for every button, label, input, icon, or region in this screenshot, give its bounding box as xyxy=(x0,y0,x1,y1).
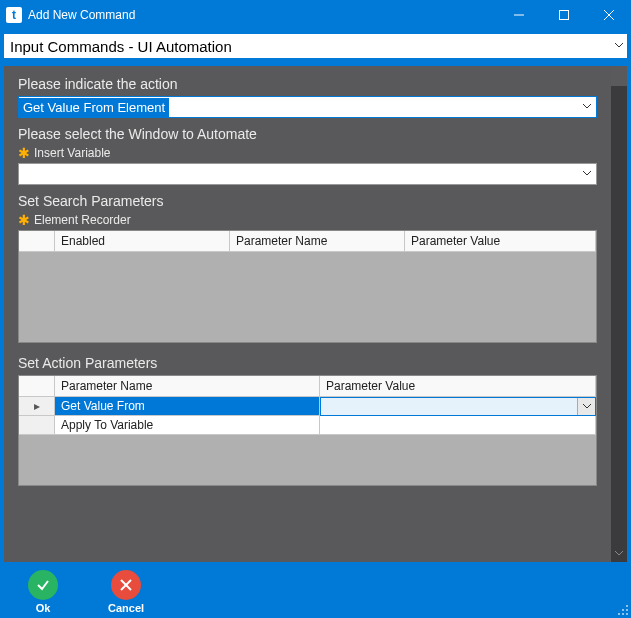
col-param-name[interactable]: Parameter Name xyxy=(230,231,405,252)
chevron-down-icon xyxy=(578,164,596,184)
minimize-button[interactable] xyxy=(496,0,541,30)
command-category-value: Input Commands - UI Automation xyxy=(10,38,232,55)
window-dropdown[interactable] xyxy=(18,163,597,185)
table-row[interactable]: ▸ Get Value From xyxy=(19,397,596,416)
close-button[interactable] xyxy=(586,0,631,30)
action-params-grid[interactable]: Parameter Name Parameter Value ▸ Get Val… xyxy=(18,375,597,486)
param-name-cell[interactable]: Get Value From xyxy=(55,397,320,416)
cancel-button[interactable]: Cancel xyxy=(108,570,144,614)
star-icon: ✱ xyxy=(18,146,30,160)
star-icon: ✱ xyxy=(18,213,30,227)
titlebar: t Add New Command xyxy=(0,0,631,30)
scrollbar-thumb[interactable] xyxy=(611,66,627,86)
grid-corner xyxy=(19,231,55,252)
col-param-value[interactable]: Parameter Value xyxy=(320,376,596,397)
svg-point-10 xyxy=(622,613,624,615)
param-name-cell[interactable]: Apply To Variable xyxy=(55,416,320,435)
footer: Ok Cancel xyxy=(0,566,631,618)
col-param-name[interactable]: Parameter Name xyxy=(55,376,320,397)
check-icon xyxy=(28,570,58,600)
resize-grip-icon[interactable] xyxy=(615,602,629,616)
scrollbar-down-arrow-icon[interactable] xyxy=(611,546,627,562)
svg-point-7 xyxy=(622,609,624,611)
chevron-down-icon[interactable] xyxy=(577,398,595,415)
param-value-cell[interactable] xyxy=(320,416,596,435)
command-category-dropdown[interactable]: Input Commands - UI Automation xyxy=(4,34,627,58)
grid-corner xyxy=(19,376,55,397)
action-label: Please indicate the action xyxy=(18,76,597,92)
chevron-down-icon xyxy=(611,34,627,58)
vertical-scrollbar[interactable] xyxy=(611,66,627,562)
search-grid-body xyxy=(19,252,596,342)
window-label: Please select the Window to Automate xyxy=(18,126,597,142)
svg-point-9 xyxy=(618,613,620,615)
svg-point-6 xyxy=(626,605,628,607)
svg-point-11 xyxy=(626,613,628,615)
search-params-label: Set Search Parameters xyxy=(18,193,597,209)
chevron-down-icon xyxy=(578,97,596,117)
element-recorder-link[interactable]: ✱ Element Recorder xyxy=(18,213,597,227)
action-params-label: Set Action Parameters xyxy=(18,355,597,371)
param-value-cell[interactable] xyxy=(320,397,596,416)
col-param-value[interactable]: Parameter Value xyxy=(405,231,596,252)
cancel-label: Cancel xyxy=(108,602,144,614)
insert-variable-link[interactable]: ✱ Insert Variable xyxy=(18,146,597,160)
ok-button[interactable]: Ok xyxy=(28,570,58,614)
svg-rect-1 xyxy=(559,11,568,20)
row-indicator-icon: ▸ xyxy=(19,397,55,416)
element-recorder-text: Element Recorder xyxy=(34,213,131,227)
action-grid-body xyxy=(19,435,596,485)
col-enabled[interactable]: Enabled xyxy=(55,231,230,252)
content-panel: Please indicate the action Get Value Fro… xyxy=(4,66,627,562)
close-icon xyxy=(111,570,141,600)
table-row[interactable]: Apply To Variable xyxy=(19,416,596,435)
window-title: Add New Command xyxy=(28,8,135,22)
action-dropdown-value: Get Value From Element xyxy=(19,98,169,117)
category-bar: Input Commands - UI Automation xyxy=(0,30,631,62)
maximize-button[interactable] xyxy=(541,0,586,30)
app-icon: t xyxy=(6,7,22,23)
insert-variable-text: Insert Variable xyxy=(34,146,110,160)
ok-label: Ok xyxy=(36,602,51,614)
svg-point-8 xyxy=(626,609,628,611)
search-params-grid[interactable]: Enabled Parameter Name Parameter Value xyxy=(18,230,597,343)
row-indicator xyxy=(19,416,55,435)
action-dropdown[interactable]: Get Value From Element xyxy=(18,96,597,118)
